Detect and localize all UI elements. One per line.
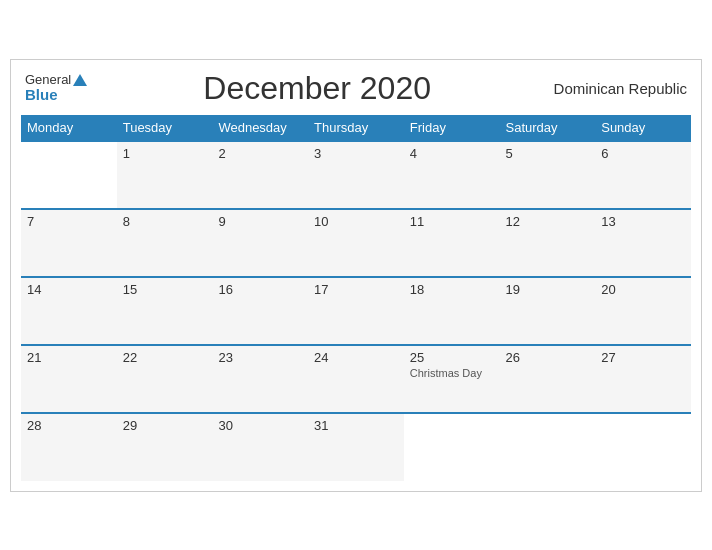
day-number: 12 xyxy=(506,214,590,229)
weekday-header-wednesday: Wednesday xyxy=(212,115,308,141)
day-number: 17 xyxy=(314,282,398,297)
calendar-week-row: 2122232425Christmas Day2627 xyxy=(21,345,691,413)
calendar-cell: 31 xyxy=(308,413,404,481)
day-number: 20 xyxy=(601,282,685,297)
calendar-cell: 20 xyxy=(595,277,691,345)
day-number: 21 xyxy=(27,350,111,365)
day-number: 1 xyxy=(123,146,207,161)
day-number: 31 xyxy=(314,418,398,433)
calendar-cell: 29 xyxy=(117,413,213,481)
day-number: 11 xyxy=(410,214,494,229)
day-number: 27 xyxy=(601,350,685,365)
calendar-cell: 11 xyxy=(404,209,500,277)
weekday-header-row: MondayTuesdayWednesdayThursdayFridaySatu… xyxy=(21,115,691,141)
calendar-cell: 7 xyxy=(21,209,117,277)
calendar-week-row: 14151617181920 xyxy=(21,277,691,345)
calendar-cell: 22 xyxy=(117,345,213,413)
calendar-cell: 4 xyxy=(404,141,500,209)
calendar-cell: 3 xyxy=(308,141,404,209)
calendar-cell: 1 xyxy=(117,141,213,209)
day-number: 14 xyxy=(27,282,111,297)
calendar-cell: 27 xyxy=(595,345,691,413)
calendar-cell: 14 xyxy=(21,277,117,345)
day-number: 28 xyxy=(27,418,111,433)
day-number: 9 xyxy=(218,214,302,229)
day-number: 15 xyxy=(123,282,207,297)
calendar-cell: 28 xyxy=(21,413,117,481)
day-number: 19 xyxy=(506,282,590,297)
calendar-cell: 30 xyxy=(212,413,308,481)
calendar-cell: 5 xyxy=(500,141,596,209)
logo-triangle-icon xyxy=(73,74,87,86)
day-number: 24 xyxy=(314,350,398,365)
calendar-region: Dominican Republic xyxy=(547,80,687,97)
calendar-cell: 9 xyxy=(212,209,308,277)
weekday-header-saturday: Saturday xyxy=(500,115,596,141)
logo-general-text: General xyxy=(25,73,71,87)
calendar-week-row: 28293031 xyxy=(21,413,691,481)
calendar-cell: 8 xyxy=(117,209,213,277)
day-number: 5 xyxy=(506,146,590,161)
calendar-week-row: 78910111213 xyxy=(21,209,691,277)
logo: General Blue xyxy=(25,73,87,104)
day-number: 8 xyxy=(123,214,207,229)
calendar-week-row: 123456 xyxy=(21,141,691,209)
day-number: 2 xyxy=(218,146,302,161)
weekday-header-tuesday: Tuesday xyxy=(117,115,213,141)
day-number: 4 xyxy=(410,146,494,161)
day-number: 13 xyxy=(601,214,685,229)
calendar-cell: 12 xyxy=(500,209,596,277)
day-number: 26 xyxy=(506,350,590,365)
calendar-cell: 16 xyxy=(212,277,308,345)
calendar-cell: 21 xyxy=(21,345,117,413)
day-number: 7 xyxy=(27,214,111,229)
day-number: 18 xyxy=(410,282,494,297)
calendar-cell: 25Christmas Day xyxy=(404,345,500,413)
day-number: 23 xyxy=(218,350,302,365)
weekday-header-friday: Friday xyxy=(404,115,500,141)
weekday-header-monday: Monday xyxy=(21,115,117,141)
calendar-cell: 13 xyxy=(595,209,691,277)
calendar-cell: 24 xyxy=(308,345,404,413)
day-number: 30 xyxy=(218,418,302,433)
calendar-cell: 23 xyxy=(212,345,308,413)
calendar-cell: 19 xyxy=(500,277,596,345)
calendar-cell: 15 xyxy=(117,277,213,345)
weekday-header-thursday: Thursday xyxy=(308,115,404,141)
calendar-cell xyxy=(595,413,691,481)
calendar-cell xyxy=(21,141,117,209)
calendar-cell: 6 xyxy=(595,141,691,209)
calendar-cell: 26 xyxy=(500,345,596,413)
calendar-cell: 10 xyxy=(308,209,404,277)
calendar-header: General Blue December 2020 Dominican Rep… xyxy=(21,70,691,107)
calendar-cell: 18 xyxy=(404,277,500,345)
day-number: 22 xyxy=(123,350,207,365)
calendar-cell: 2 xyxy=(212,141,308,209)
calendar-title: December 2020 xyxy=(87,70,547,107)
calendar-cell xyxy=(404,413,500,481)
day-number: 16 xyxy=(218,282,302,297)
day-number: 6 xyxy=(601,146,685,161)
weekday-header-sunday: Sunday xyxy=(595,115,691,141)
calendar-cell xyxy=(500,413,596,481)
event-label: Christmas Day xyxy=(410,367,494,379)
calendar-container: General Blue December 2020 Dominican Rep… xyxy=(10,59,702,492)
day-number: 10 xyxy=(314,214,398,229)
day-number: 25 xyxy=(410,350,494,365)
day-number: 3 xyxy=(314,146,398,161)
calendar-table: MondayTuesdayWednesdayThursdayFridaySatu… xyxy=(21,115,691,481)
day-number: 29 xyxy=(123,418,207,433)
logo-blue-text: Blue xyxy=(25,87,87,104)
calendar-cell: 17 xyxy=(308,277,404,345)
